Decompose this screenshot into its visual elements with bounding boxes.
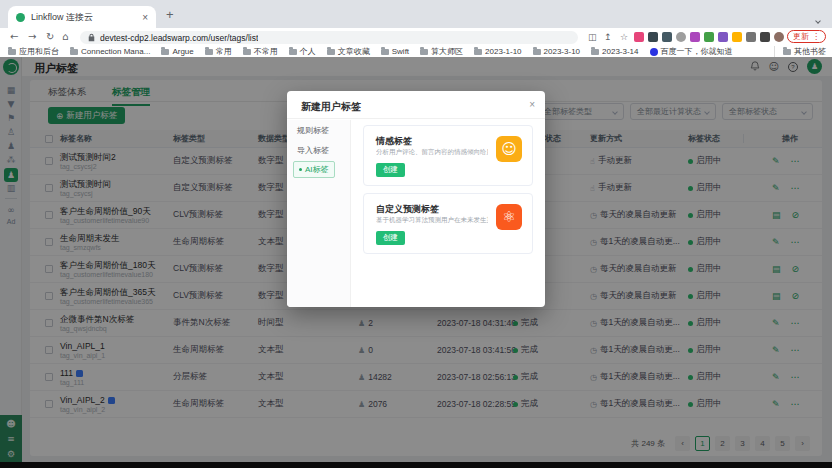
folder-icon xyxy=(161,49,169,55)
profile-avatar-icon[interactable] xyxy=(774,32,784,42)
bookmark-item[interactable]: 不常用 xyxy=(243,46,278,57)
smiley-icon: ☺ xyxy=(496,136,522,162)
bookmarks-bar: 应用和后台Connection Mana...Argue常用不常用个人文章收藏S… xyxy=(0,46,832,57)
extension-icon[interactable] xyxy=(746,32,756,42)
active-dot-icon xyxy=(299,168,302,171)
atom-icon: ⚛ xyxy=(496,204,522,230)
update-button[interactable]: 更新 ⋮ xyxy=(787,30,826,43)
bookmark-item[interactable]: 常用 xyxy=(205,46,232,57)
folder-icon xyxy=(783,49,791,55)
baidu-icon xyxy=(650,48,658,56)
bookmark-label: 不常用 xyxy=(254,46,278,57)
lock-icon xyxy=(88,33,95,42)
url-bar[interactable]: devtest-cdp2.leadswarp.com/user/tags/lis… xyxy=(80,31,578,44)
home-icon[interactable]: ⌂ xyxy=(62,31,68,42)
bookmark-item[interactable]: 应用和后台 xyxy=(8,46,59,57)
bookmark-item[interactable]: Connection Mana... xyxy=(70,47,150,56)
folder-icon xyxy=(205,49,213,55)
modal-nav-label: AI标签 xyxy=(305,164,329,175)
bookmark-label: 文章收藏 xyxy=(338,46,370,57)
bookmark-label: 2023-3-10 xyxy=(544,47,580,56)
folder-icon xyxy=(420,49,428,55)
ai-tag-card[interactable]: 情感标签分析用户评论、留言内容的情感倾向给用户打上情感标签创建☺ xyxy=(363,125,533,186)
folder-icon xyxy=(70,49,78,55)
bookmark-label: Argue xyxy=(172,47,193,56)
reload-icon[interactable]: ↻ xyxy=(46,31,54,42)
create-tag-modal: 新建用户标签 × 规则标签导入标签AI标签 情感标签分析用户评论、留言内容的情感… xyxy=(287,91,545,307)
folder-icon xyxy=(289,49,297,55)
bookmark-item[interactable]: 个人 xyxy=(289,46,316,57)
folder-icon xyxy=(381,49,389,55)
extension-icon[interactable] xyxy=(690,32,700,42)
url-text: devtest-cdp2.leadswarp.com/user/tags/lis… xyxy=(100,33,258,43)
other-bookmarks[interactable]: 其他书签 xyxy=(774,46,826,57)
other-bookmarks-label: 其他书签 xyxy=(794,46,826,57)
modal-nav-label: 规则标签 xyxy=(297,126,329,135)
back-icon[interactable]: ← xyxy=(10,31,18,42)
folder-icon xyxy=(591,49,599,55)
folder-icon xyxy=(243,49,251,55)
extension-icon[interactable] xyxy=(704,32,714,42)
modal-nav-导入标签[interactable]: 导入标签 xyxy=(297,145,329,156)
forward-icon[interactable]: → xyxy=(28,31,36,42)
extension-icon[interactable] xyxy=(760,32,770,42)
bookmark-label: Swift xyxy=(392,47,409,56)
browser-tab[interactable]: Linkflow 连接云 × xyxy=(8,6,156,28)
create-button[interactable]: 创建 xyxy=(376,231,405,245)
extension-icon[interactable] xyxy=(662,32,672,42)
bookmark-item[interactable]: 2023-3-14 xyxy=(591,47,638,56)
folder-icon xyxy=(327,49,335,55)
bookmark-item[interactable]: 文章收藏 xyxy=(327,46,370,57)
folder-icon xyxy=(8,49,16,55)
ai-tag-card-title: 自定义预测标签 xyxy=(376,203,439,216)
modal-body: 情感标签分析用户评论、留言内容的情感倾向给用户打上情感标签创建☺自定义预测标签基… xyxy=(351,120,545,307)
side-panel-icon[interactable]: ◫ xyxy=(588,32,597,42)
extension-icon[interactable] xyxy=(634,32,644,42)
chevron-down-icon[interactable] xyxy=(816,9,820,27)
bookmark-item[interactable]: Argue xyxy=(161,47,193,56)
modal-header: 新建用户标签 × xyxy=(287,91,545,119)
bookmark-item[interactable]: Swift xyxy=(381,47,409,56)
bookmark-label: Connection Mana... xyxy=(81,47,150,56)
modal-nav-规则标签[interactable]: 规则标签 xyxy=(297,125,329,136)
ai-tag-card-desc: 基于机器学习算法预测用户在未来发生某事件/处于某状态的概率 xyxy=(376,216,488,225)
extension-icon[interactable] xyxy=(676,32,686,42)
folder-icon xyxy=(474,49,482,55)
create-button[interactable]: 创建 xyxy=(376,163,405,177)
screen: Linkflow 连接云 × + ← → ↻ ⌂ devtest-cdp2.le… xyxy=(0,0,832,468)
browser-tab-strip: Linkflow 连接云 × + xyxy=(0,0,832,28)
download-icon[interactable]: ↥ xyxy=(604,32,612,42)
bookmark-label: 百度一下，你就知道 xyxy=(661,46,733,57)
bookmark-label: 2023-1-10 xyxy=(485,47,521,56)
modal-nav: 规则标签导入标签AI标签 xyxy=(287,120,351,307)
modal-nav-AI标签[interactable]: AI标签 xyxy=(293,161,335,178)
bookmark-item[interactable]: 算大师区 xyxy=(420,46,463,57)
modal-nav-label: 导入标签 xyxy=(297,146,329,155)
bookmark-item[interactable]: 2023-1-10 xyxy=(474,47,521,56)
close-icon[interactable]: × xyxy=(529,99,535,110)
bottom-bar xyxy=(0,462,832,468)
bookmark-label: 应用和后台 xyxy=(19,46,59,57)
extension-icon[interactable] xyxy=(718,32,728,42)
bookmark-item[interactable]: 2023-3-10 xyxy=(533,47,580,56)
bookmark-label: 算大师区 xyxy=(431,46,463,57)
ai-tag-card-title: 情感标签 xyxy=(376,135,412,148)
modal-title: 新建用户标签 xyxy=(301,100,361,114)
folder-icon xyxy=(533,49,541,55)
site-favicon-icon xyxy=(16,13,25,22)
app-viewport: ☻≡⚙ ▦▼⚑♙♟⁂♟▥∞Ad 用户标签 ☺ ? ♟ 标签体系标签管理 ⊕ 新建… xyxy=(0,57,832,462)
ai-tag-card-desc: 分析用户评论、留言内容的情感倾向给用户打上情感标签 xyxy=(376,148,488,157)
update-button-label: 更新 xyxy=(793,31,809,42)
tab-close-icon[interactable]: × xyxy=(142,12,148,23)
bookmark-item[interactable]: 百度一下，你就知道 xyxy=(650,46,733,57)
ai-tag-card[interactable]: 自定义预测标签基于机器学习算法预测用户在未来发生某事件/处于某状态的概率创建⚛ xyxy=(363,193,533,254)
star-icon[interactable]: ☆ xyxy=(620,32,628,42)
extensions-row xyxy=(634,32,784,42)
bookmark-label: 个人 xyxy=(300,46,316,57)
tab-title: Linkflow 连接云 xyxy=(31,11,138,24)
more-vertical-icon: ⋮ xyxy=(812,32,820,41)
extension-icon[interactable] xyxy=(732,32,742,42)
new-tab-button[interactable]: + xyxy=(166,7,174,22)
extension-icon[interactable] xyxy=(648,32,658,42)
bookmark-label: 常用 xyxy=(216,46,232,57)
